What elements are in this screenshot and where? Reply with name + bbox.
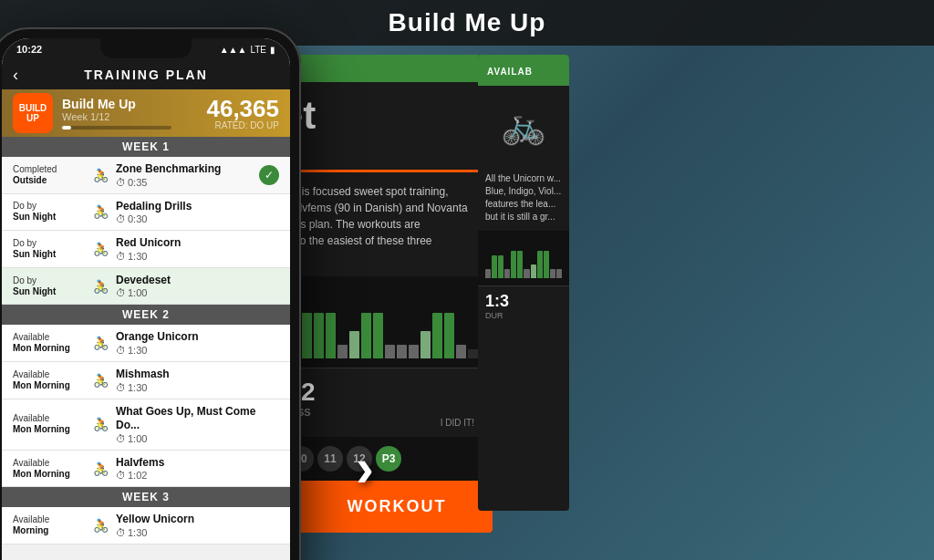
row-label: Do by Sun Night	[13, 238, 86, 260]
row-time: Mon Morning	[13, 469, 86, 480]
clock-icon: ⏱	[116, 287, 126, 298]
table-row[interactable]: Available Mon Morning 🚴 Mishmash ⏱ 1:30	[2, 362, 290, 399]
row-time: Sun Night	[13, 212, 86, 223]
row-status: Do by	[13, 275, 86, 286]
table-row[interactable]: Available Mon Morning 🚴 What Goes Up, Mu…	[2, 399, 290, 451]
row-workout-info: Yellow Unicorn ⏱ 1:30	[116, 513, 279, 538]
plan-count: 46,365 RATED: DO UP	[206, 97, 279, 130]
plan-icon-text: BUILD UP	[13, 103, 53, 123]
table-row[interactable]: Do by Sun Night 🚴 Red Unicorn ⏱ 1:30	[2, 231, 290, 268]
next-card-preview: AVAILAB 🚲 All the Unicorn w... Blue, Ind…	[478, 55, 569, 511]
row-label: Do by Sun Night	[13, 201, 86, 223]
phone-back-button[interactable]: ‹	[13, 66, 18, 85]
row-time: Morning	[13, 525, 86, 536]
row-status: Available	[13, 514, 86, 525]
workout-name: Halvfems	[116, 456, 279, 471]
table-row[interactable]: Available Morning 🚴 Yellow Unicorn ⏱ 1:3…	[2, 507, 290, 544]
row-label: Available Mon Morning	[13, 332, 86, 354]
bike-icon: 🚴	[93, 168, 109, 182]
page-p3[interactable]: P3	[376, 446, 401, 472]
plan-progress-bar	[62, 126, 171, 130]
workout-button[interactable]: WORKOUT	[301, 481, 493, 533]
bike-icon: 🚴	[93, 336, 109, 350]
row-status: Available	[13, 413, 86, 424]
table-row[interactable]: Do by Sun Night 🚴 Devedeset ⏱ 1:00	[2, 268, 290, 306]
workout-name: Yellow Unicorn	[116, 513, 279, 527]
bike-icon: 🚴	[93, 518, 109, 533]
row-workout-info: What Goes Up, Must Come Do... ⏱ 1:00	[116, 405, 279, 444]
bike-icon: 🚴	[93, 461, 109, 476]
clock-icon: ⏱	[116, 213, 126, 224]
plan-progress-fill	[62, 126, 71, 130]
clock-icon: ⏱	[116, 527, 126, 538]
workout-duration: ⏱ 1:02	[116, 470, 279, 481]
lte-label: LTE	[250, 45, 266, 55]
next-arrow[interactable]: ›	[356, 436, 374, 499]
workout-duration: ⏱ 1:30	[116, 382, 279, 393]
phone-notch	[100, 38, 192, 58]
row-label: Available Morning	[13, 514, 86, 536]
row-workout-info: Red Unicorn ⏱ 1:30	[116, 236, 279, 262]
next-card-duration: 1:3	[485, 292, 562, 311]
plan-name: Build Me Up	[62, 97, 171, 111]
row-time: Sun Night	[13, 286, 86, 297]
clock-icon: ⏱	[116, 470, 126, 481]
clock-icon: ⏱	[116, 382, 126, 393]
completed-check: ✓	[259, 165, 279, 185]
phone-frame: 10:22 ▲▲▲ LTE ▮ ‹ TRAINING PLAN BUILD UP…	[0, 27, 301, 560]
bike-icon: 🚴	[93, 242, 109, 256]
next-card-header: AVAILAB	[478, 55, 569, 86]
phone-signals: ▲▲▲ LTE ▮	[220, 45, 275, 55]
battery-icon: ▮	[270, 45, 275, 55]
row-time: Mon Morning	[13, 424, 86, 435]
workout-name: Pedaling Drills	[116, 200, 279, 214]
workout-name: Zone Benchmarking	[116, 162, 252, 177]
workout-duration: ⏱ 0:30	[116, 213, 279, 224]
workout-duration: ⏱ 1:30	[116, 527, 279, 538]
next-card-duration-label: DUR	[485, 311, 562, 320]
workout-duration: ⏱ 0:35	[116, 177, 252, 188]
phone-plan-title: TRAINING PLAN	[84, 67, 208, 82]
plan-badge: BUILD UP Build Me Up Week 1/12 46,365 RA…	[2, 89, 290, 137]
app-title: Build Me Up	[389, 8, 546, 37]
row-status: Completed	[13, 164, 86, 175]
phone-time: 10:22	[16, 44, 42, 55]
table-row[interactable]: Available Mon Morning 🚴 Halvfems ⏱ 1:02	[2, 451, 290, 488]
bike-icon: 🚴	[93, 279, 109, 294]
clock-icon: ⏱	[116, 177, 126, 188]
row-status: Do by	[13, 238, 86, 249]
clock-icon: ⏱	[116, 345, 126, 356]
plan-badge-icon: BUILD UP	[13, 93, 53, 133]
table-row[interactable]: Do by Sun Night 🚴 Pedaling Drills ⏱ 0:30	[2, 194, 290, 232]
bike-icon: 🚴	[93, 204, 109, 219]
week-3-header: WEEK 3	[2, 487, 290, 507]
row-label: Completed Outside	[13, 164, 86, 186]
table-row[interactable]: Completed Outside 🚴 Zone Benchmarking ⏱ …	[2, 157, 290, 194]
workout-duration: ⏱ 1:30	[116, 251, 279, 262]
row-workout-info: Pedaling Drills ⏱ 0:30	[116, 200, 279, 225]
row-time: Sun Night	[13, 249, 86, 260]
row-status: Available	[13, 369, 86, 380]
plan-count-value: 46,365	[206, 97, 279, 120]
row-time: Mon Morning	[13, 380, 86, 391]
week-2-header: WEEK 2	[2, 305, 290, 325]
row-status: Do by	[13, 201, 86, 212]
row-workout-info: Orange Unicorn ⏱ 1:30	[116, 330, 279, 356]
row-workout-info: Zone Benchmarking ⏱ 0:35	[116, 162, 252, 188]
row-label: Available Mon Morning	[13, 413, 86, 435]
clock-icon: ⏱	[116, 251, 126, 262]
plan-count-label: RATED: DO UP	[206, 120, 279, 130]
plan-badge-info: Build Me Up Week 1/12	[62, 97, 171, 130]
next-card-text: All the Unicorn w... Blue, Indigo, Viol.…	[478, 165, 569, 231]
training-list[interactable]: WEEK 1 Completed Outside 🚴 Zone Benchmar…	[2, 137, 290, 560]
row-workout-info: Mishmash ⏱ 1:30	[116, 368, 279, 393]
row-label: Available Mon Morning	[13, 369, 86, 391]
next-card-stat: 1:3 DUR	[478, 285, 569, 326]
next-card-chart	[478, 231, 569, 285]
page-11[interactable]: 11	[317, 446, 343, 472]
signal-bars: ▲▲▲	[220, 45, 247, 55]
row-time: Outside	[13, 175, 86, 186]
table-row[interactable]: Available Mon Morning 🚴 Orange Unicorn ⏱…	[2, 325, 290, 362]
workout-name: Orange Unicorn	[116, 330, 279, 345]
clock-icon: ⏱	[116, 433, 126, 444]
